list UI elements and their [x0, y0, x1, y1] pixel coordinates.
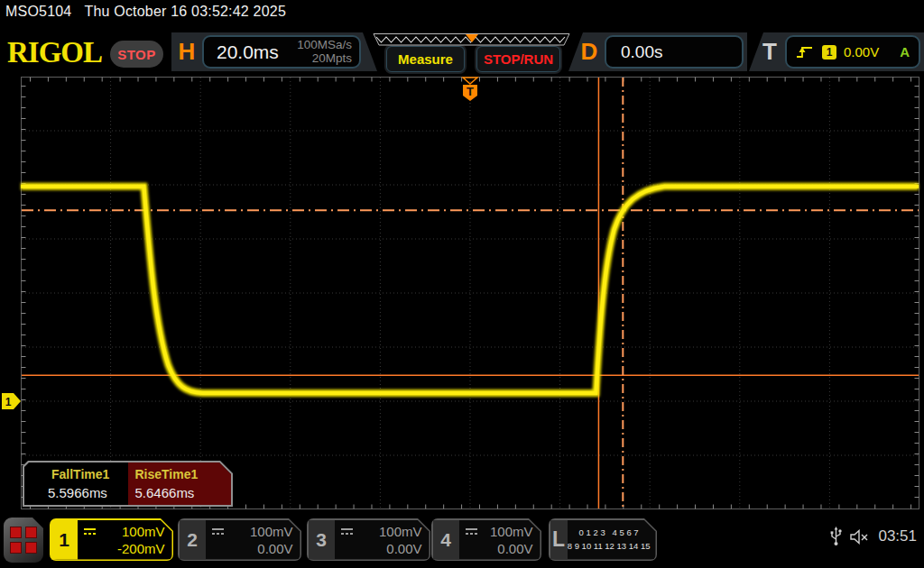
channel-2-scale: 100mV [250, 524, 293, 539]
dc-coupling-icon [83, 527, 97, 536]
datetime: Thu October 16 03:52:42 2025 [84, 4, 286, 19]
logic-analyzer-inner: L 0 1 2 3 4 5 6 7 8 9 10 11 12 13 14 15 [550, 520, 656, 560]
delay-value: 0.00s [621, 42, 662, 62]
logic-channels-row1: 0 1 2 3 4 5 6 7 [568, 527, 651, 539]
svg-text:1: 1 [5, 396, 12, 408]
trigger-label: T [754, 38, 785, 66]
horizontal-inner: 20.0ms 100MSa/s 20Mpts [202, 35, 361, 69]
trigger-delay-box[interactable]: D 0.00s [568, 32, 747, 71]
channel-4-box[interactable]: 4 100mV 0.00V [431, 518, 541, 561]
channel-1-ground-marker: 1 [2, 393, 21, 409]
logic-channel-list: 0 1 2 3 4 5 6 7 8 9 10 11 12 13 14 15 [568, 520, 656, 560]
trigger-edge-icon [796, 45, 813, 59]
channel-3-values: 100mV 0.00V [335, 520, 430, 560]
model-name: MSO5104 [5, 4, 71, 19]
channel-2-inner: 2 100mV 0.00V [180, 520, 300, 560]
channel-1-offset: -200mV [83, 541, 165, 556]
measurement-panel-inner: FallTime1 5.5966ms RiseTime1 5.6466ms [24, 463, 231, 505]
rigol-logo: RIGOL [7, 36, 102, 69]
delay-inner: 0.00s [605, 35, 744, 69]
measurement-risetime[interactable]: RiseTime1 5.6466ms [128, 463, 232, 505]
channel-4-number: 4 [433, 520, 459, 560]
acquisition-status-badge: STOP [110, 41, 163, 68]
logic-channels-row2: 8 9 10 11 12 13 14 15 [568, 540, 651, 553]
channel-1-number: 1 [51, 520, 78, 560]
status-bar: MSO5104Thu October 16 03:52:42 2025 [5, 4, 286, 20]
channel-2-offset: 0.00V [211, 541, 293, 556]
channel-1-inner: 1 100mV -200mV [51, 520, 172, 560]
oscilloscope-screen: MSO5104Thu October 16 03:52:42 2025 RIGO… [0, 0, 924, 568]
dc-coupling-icon [465, 527, 478, 536]
preview-trigger-marker [466, 34, 478, 42]
stop-run-button[interactable]: STOP/RUN [476, 46, 560, 72]
measurement-falltime[interactable]: FallTime1 5.5966ms [24, 463, 128, 505]
system-tray: 03:51 [830, 527, 917, 546]
horizontal-label: H [171, 38, 202, 66]
preview-waveform [376, 37, 565, 42]
measurement-label: RiseTime1 [128, 467, 232, 481]
logic-analyzer-label: L [550, 520, 568, 560]
channel-1-trace [21, 187, 919, 393]
measure-button[interactable]: Measure [386, 46, 465, 72]
trigger-settings-box[interactable]: T 1 0.00V A [749, 32, 924, 71]
channel-4-values: 100mV 0.00V [459, 520, 541, 560]
channel-2-box[interactable]: 2 100mV 0.00V [178, 518, 301, 561]
stop-run-button-label: STOP/RUN [484, 51, 553, 67]
memory-depth: 20Mpts [297, 52, 352, 66]
trigger-inner: 1 0.00V A [785, 35, 920, 69]
measurement-value: 5.5966ms [24, 485, 128, 500]
channel-1-box[interactable]: 1 100mV -200mV [50, 518, 173, 561]
horizontal-settings-box[interactable]: H 20.0ms 100MSa/s 20Mpts [171, 32, 377, 71]
dc-coupling-icon [340, 527, 354, 536]
graticule [22, 78, 919, 509]
trigger-source-badge: 1 [822, 45, 836, 60]
channel-3-inner: 3 100mV 0.00V [309, 520, 430, 560]
measurement-label: FallTime1 [24, 467, 128, 481]
svg-text:T: T [467, 85, 474, 98]
channel-4-offset: 0.00V [465, 541, 533, 556]
channel-3-number: 3 [309, 520, 335, 560]
measurement-cursors [22, 78, 919, 508]
channel-4-scale: 100mV [490, 524, 533, 539]
speaker-muted-icon [850, 529, 870, 545]
usb-icon [830, 527, 842, 546]
channel-3-box[interactable]: 3 100mV 0.00V [307, 518, 430, 561]
measurement-panel[interactable]: FallTime1 5.5966ms RiseTime1 5.6466ms [23, 461, 233, 507]
main-menu-button[interactable] [4, 518, 43, 563]
channel-3-scale: 100mV [379, 524, 422, 539]
channel-1-scale: 100mV [122, 524, 165, 539]
channel-2-values: 100mV 0.00V [206, 520, 300, 560]
channel-1-values: 100mV -200mV [78, 520, 172, 560]
trigger-level-value: 0.00V [844, 44, 879, 60]
measurement-value: 5.6466ms [128, 485, 232, 500]
delay-label: D [574, 38, 605, 66]
system-clock: 03:51 [878, 527, 917, 545]
timebase-value: 20.0ms [217, 41, 279, 63]
trigger-mode-auto: A [900, 44, 910, 60]
logic-analyzer-box[interactable]: L 0 1 2 3 4 5 6 7 8 9 10 11 12 13 14 15 [549, 518, 657, 561]
acquisition-info: 100MSa/s 20Mpts [297, 39, 352, 65]
channel-4-inner: 4 100mV 0.00V [433, 520, 541, 560]
dc-coupling-icon [211, 527, 225, 536]
trigger-position-marker: T [463, 78, 477, 101]
channel-3-offset: 0.00V [340, 541, 422, 556]
measure-button-label: Measure [398, 51, 453, 67]
sample-rate: 100MSa/s [297, 39, 352, 52]
channel-2-number: 2 [180, 520, 206, 560]
timebase-preview [374, 34, 569, 46]
menu-grid-icon [10, 527, 37, 554]
